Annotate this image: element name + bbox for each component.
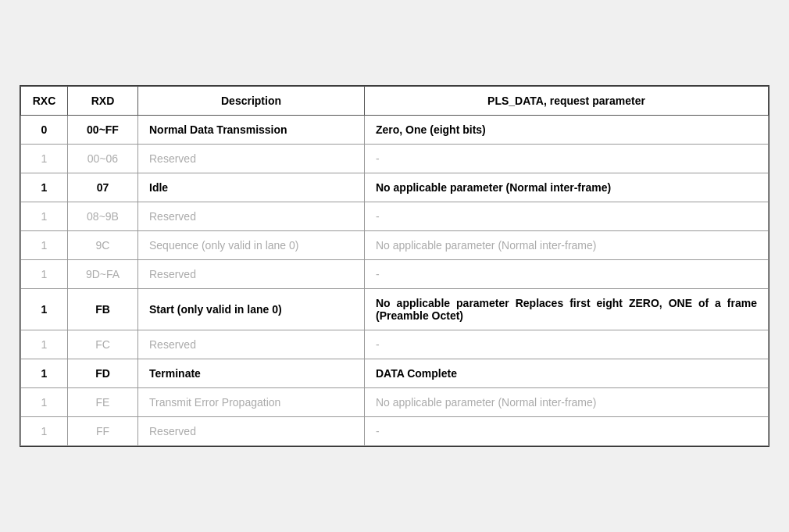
cell-rxc: 1 [21, 289, 68, 330]
header-description: Description [138, 87, 365, 116]
cell-rxd: 00~FF [68, 116, 138, 145]
table-row: 19D~FAReserved- [21, 260, 769, 289]
table-body: 000~FFNormal Data TransmissionZero, One … [21, 116, 769, 446]
cell-rxd: FD [68, 359, 138, 388]
cell-rxc: 1 [21, 231, 68, 260]
cell-pls-data: No applicable parameter (Normal inter-fr… [365, 231, 769, 260]
cell-description: Sequence (only valid in lane 0) [138, 231, 365, 260]
table-row: 108~9BReserved- [21, 202, 769, 231]
cell-pls-data: - [365, 417, 769, 446]
table-row: 1FCReserved- [21, 330, 769, 359]
cell-rxc: 1 [21, 145, 68, 173]
table-row: 107IdleNo applicable parameter (Normal i… [21, 173, 769, 202]
cell-rxc: 1 [21, 388, 68, 417]
cell-rxc: 0 [21, 116, 68, 145]
cell-description: Reserved [138, 330, 365, 359]
header-rxc: RXC [21, 87, 68, 116]
cell-description: Terminate [138, 359, 365, 388]
cell-rxc: 1 [21, 173, 68, 202]
cell-rxc: 1 [21, 330, 68, 359]
header-pls-data: PLS_DATA, request parameter [365, 87, 769, 116]
cell-description: Idle [138, 173, 365, 202]
cell-description: Transmit Error Propagation [138, 388, 365, 417]
cell-pls-data: - [365, 330, 769, 359]
table-row: 1FBStart (only valid in lane 0)No applic… [21, 289, 769, 330]
cell-pls-data: No applicable parameter (Normal inter-fr… [365, 388, 769, 417]
table-header-row: RXC RXD Description PLS_DATA, request pa… [21, 87, 769, 116]
cell-description: Normal Data Transmission [138, 116, 365, 145]
cell-rxd: 9C [68, 231, 138, 260]
cell-pls-data: Zero, One (eight bits) [365, 116, 769, 145]
cell-pls-data: No applicable parameter Replaces first e… [365, 289, 769, 330]
cell-pls-data: No applicable parameter (Normal inter-fr… [365, 173, 769, 202]
main-table-container: RXC RXD Description PLS_DATA, request pa… [20, 85, 769, 447]
table-row: 000~FFNormal Data TransmissionZero, One … [21, 116, 769, 145]
cell-rxd: 07 [68, 173, 138, 202]
cell-rxd: FC [68, 330, 138, 359]
cell-rxd: 00~06 [68, 145, 138, 173]
table-row: 19CSequence (only valid in lane 0)No app… [21, 231, 769, 260]
table-row: 1FFReserved- [21, 417, 769, 446]
cell-description: Start (only valid in lane 0) [138, 289, 365, 330]
cell-rxd: FF [68, 417, 138, 446]
cell-description: Reserved [138, 145, 365, 173]
cell-rxc: 1 [21, 417, 68, 446]
cell-pls-data: - [365, 260, 769, 289]
cell-rxd: 9D~FA [68, 260, 138, 289]
cell-description: Reserved [138, 260, 365, 289]
cell-pls-data: - [365, 202, 769, 231]
data-table: RXC RXD Description PLS_DATA, request pa… [20, 86, 769, 446]
cell-rxd: FE [68, 388, 138, 417]
cell-pls-data: DATA Complete [365, 359, 769, 388]
cell-description: Reserved [138, 202, 365, 231]
table-row: 1FDTerminateDATA Complete [21, 359, 769, 388]
cell-rxc: 1 [21, 260, 68, 289]
cell-rxc: 1 [21, 359, 68, 388]
table-row: 100~06Reserved- [21, 145, 769, 173]
cell-pls-data: - [365, 145, 769, 173]
cell-rxd: FB [68, 289, 138, 330]
cell-rxc: 1 [21, 202, 68, 231]
cell-description: Reserved [138, 417, 365, 446]
table-row: 1FETransmit Error PropagationNo applicab… [21, 388, 769, 417]
header-rxd: RXD [68, 87, 138, 116]
cell-rxd: 08~9B [68, 202, 138, 231]
